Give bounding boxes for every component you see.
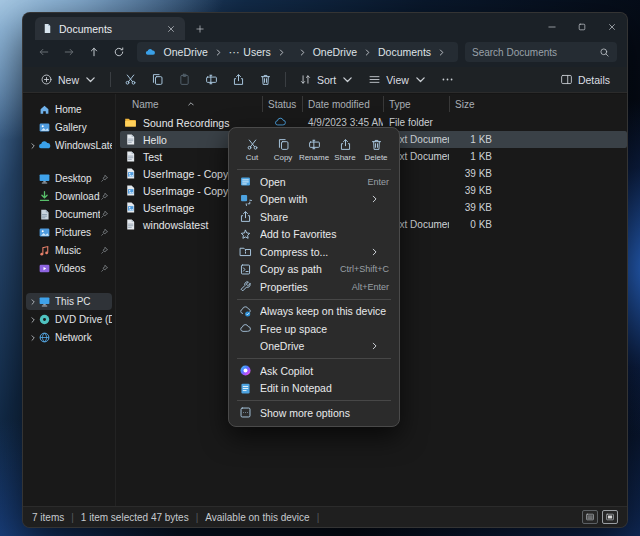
menu-item-label: OneDrive bbox=[260, 340, 368, 352]
quick-action-cut[interactable]: Cut bbox=[237, 135, 267, 164]
breadcrumb-segment-users[interactable]: Users bbox=[241, 46, 272, 58]
navigation-pane: HomeGalleryWindowsLatest - PeDesktopDown… bbox=[23, 94, 115, 506]
search-box[interactable] bbox=[465, 42, 617, 62]
menu-item-free-up-space[interactable]: Free up space bbox=[233, 320, 395, 338]
menu-item-copy-as-path[interactable]: Copy as pathCtrl+Shift+C bbox=[233, 261, 395, 279]
minimize-button[interactable] bbox=[537, 13, 567, 40]
rename-icon bbox=[308, 138, 321, 151]
menu-item-spacer bbox=[239, 340, 252, 353]
search-input[interactable] bbox=[472, 47, 599, 58]
column-header-size[interactable]: Size bbox=[449, 96, 497, 112]
menu-item-onedrive[interactable]: OneDrive bbox=[233, 338, 395, 356]
sidebar-item-downloads[interactable]: Downloads bbox=[26, 188, 112, 205]
quick-action-delete[interactable]: Delete bbox=[361, 135, 391, 164]
chevron-right-icon[interactable] bbox=[277, 47, 286, 58]
view-label: View bbox=[386, 74, 409, 86]
details-view-toggle[interactable] bbox=[582, 510, 598, 524]
quick-action-share[interactable]: Share bbox=[330, 135, 360, 164]
file-size-cell: 1 KB bbox=[449, 151, 497, 162]
refresh-button[interactable] bbox=[108, 42, 130, 62]
maximize-button[interactable] bbox=[567, 13, 597, 40]
status-divider: | bbox=[196, 512, 199, 523]
chevron-right-icon bbox=[368, 341, 381, 351]
copy-path-icon bbox=[239, 263, 252, 276]
cut-button[interactable] bbox=[117, 70, 144, 89]
sidebar-item-home[interactable]: Home bbox=[26, 101, 112, 118]
chevron-right-icon[interactable] bbox=[29, 142, 37, 150]
sidebar-item-pictures[interactable]: Pictures bbox=[26, 224, 112, 241]
delete-button[interactable] bbox=[252, 70, 279, 89]
chevron-right-icon[interactable] bbox=[437, 47, 446, 58]
breadcrumb-segment-documents[interactable]: Documents bbox=[376, 46, 433, 58]
rename-button[interactable] bbox=[198, 70, 225, 89]
back-button[interactable] bbox=[33, 42, 55, 62]
forward-button[interactable] bbox=[58, 42, 80, 62]
menu-item-ask-copilot[interactable]: Ask Copilot bbox=[233, 362, 395, 380]
menu-item-edit-in-notepad[interactable]: Edit in Notepad bbox=[233, 380, 395, 398]
menu-item-always-keep-on-this-device[interactable]: Always keep on this device bbox=[233, 303, 395, 321]
sidebar-item-windowslatest-pe[interactable]: WindowsLatest - Pe bbox=[26, 137, 112, 154]
sort-button[interactable]: Sort bbox=[292, 70, 361, 89]
breadcrumb-segment-blank[interactable]: ⋯ bbox=[227, 46, 242, 58]
close-button[interactable] bbox=[597, 13, 627, 40]
chevron-right-icon[interactable] bbox=[363, 47, 372, 58]
sidebar-item-videos[interactable]: Videos bbox=[26, 260, 112, 277]
chevron-right-icon[interactable] bbox=[29, 298, 37, 306]
menu-item-shortcut: Enter bbox=[367, 177, 389, 187]
menu-item-compress-to[interactable]: Compress to... bbox=[233, 243, 395, 261]
title-bar: Documents bbox=[23, 13, 627, 40]
new-tab-button[interactable] bbox=[193, 22, 207, 36]
sidebar-item-music[interactable]: Music bbox=[26, 242, 112, 259]
menu-separator bbox=[237, 169, 391, 170]
tab-close-icon[interactable] bbox=[164, 22, 178, 36]
sidebar-item-label: Network bbox=[55, 332, 112, 343]
copy-button[interactable] bbox=[144, 70, 171, 89]
chevron-right-icon[interactable] bbox=[29, 334, 37, 342]
menu-item-show-more-options[interactable]: Show more options bbox=[233, 404, 395, 422]
menu-item-open[interactable]: OpenEnter bbox=[233, 173, 395, 191]
icons-view-toggle[interactable] bbox=[602, 510, 618, 524]
breadcrumb-segment-onedrive[interactable]: OneDrive bbox=[311, 46, 359, 58]
view-button[interactable]: View bbox=[361, 70, 434, 89]
file-name-label: Hello bbox=[143, 134, 167, 146]
pin-icon bbox=[100, 246, 109, 255]
menu-item-properties[interactable]: PropertiesAlt+Enter bbox=[233, 278, 395, 296]
breadcrumb-segment-onedrive[interactable]: OneDrive bbox=[162, 46, 210, 58]
chevron-right-icon[interactable] bbox=[214, 47, 223, 58]
details-pane-button[interactable]: Details bbox=[553, 70, 617, 89]
column-header-label: Name bbox=[132, 99, 159, 110]
column-header-date-modified[interactable]: Date modified bbox=[302, 96, 383, 112]
details-pane-icon bbox=[560, 73, 573, 86]
sidebar-item-documents[interactable]: Documents bbox=[26, 206, 112, 223]
file-size-cell: 39 KB bbox=[449, 168, 497, 179]
new-button[interactable]: New bbox=[33, 70, 104, 89]
column-header-name[interactable]: Name bbox=[120, 96, 262, 112]
quick-action-rename[interactable]: Rename bbox=[299, 135, 329, 164]
more-commands-button[interactable] bbox=[434, 70, 461, 89]
quick-action-copy[interactable]: Copy bbox=[268, 135, 298, 164]
delete-icon bbox=[370, 138, 383, 151]
text-doc-icon bbox=[124, 150, 137, 163]
breadcrumb[interactable]: OneDrive⋯UsersOneDriveDocuments bbox=[137, 42, 458, 62]
onedrive-cloud-icon bbox=[38, 139, 51, 152]
chevron-right-icon[interactable] bbox=[298, 47, 307, 58]
column-header-status[interactable]: Status bbox=[262, 96, 302, 112]
menu-item-open-with[interactable]: Open with bbox=[233, 191, 395, 209]
view-toggles bbox=[582, 510, 618, 524]
paste-button[interactable] bbox=[171, 70, 198, 89]
sidebar-item-network[interactable]: Network bbox=[26, 329, 112, 346]
context-menu-quick-actions: CutCopyRenameShareDelete bbox=[233, 132, 395, 166]
notepad-icon bbox=[239, 382, 252, 395]
share-button[interactable] bbox=[225, 70, 252, 89]
sidebar-item-dvd-drive-d-ccc[interactable]: DVD Drive (D:) CCC bbox=[26, 311, 112, 328]
menu-item-add-to-favorites[interactable]: Add to Favorites bbox=[233, 226, 395, 244]
column-header-type[interactable]: Type bbox=[383, 96, 449, 112]
sidebar-item-desktop[interactable]: Desktop bbox=[26, 170, 112, 187]
chevron-right-icon[interactable] bbox=[29, 316, 37, 324]
sidebar-item-gallery[interactable]: Gallery bbox=[26, 119, 112, 136]
tab-documents[interactable]: Documents bbox=[35, 17, 185, 40]
sidebar-item-this-pc[interactable]: This PC bbox=[26, 293, 112, 310]
up-button[interactable] bbox=[83, 42, 105, 62]
menu-item-share[interactable]: Share bbox=[233, 208, 395, 226]
cut-icon bbox=[246, 138, 259, 151]
